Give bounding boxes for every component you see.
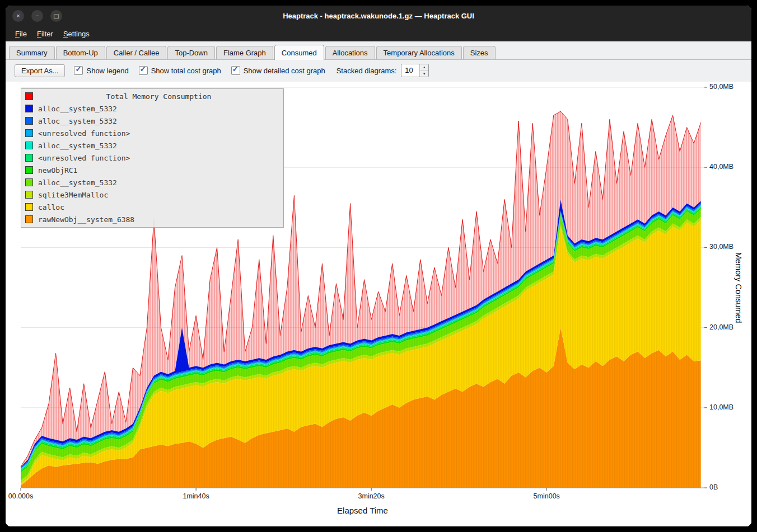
y-axis-tick-label: 0B — [709, 483, 718, 491]
legend-label: <unresolved function> — [38, 129, 130, 138]
titlebar[interactable]: × − ▢ Heaptrack - heaptrack.wakunode.1.g… — [6, 6, 751, 26]
memory-consumption-chart[interactable]: Total Memory Consumptionalloc__system_53… — [6, 82, 751, 526]
checkbox-show-detailed-cost-graph[interactable]: ✓Show detailed cost graph — [231, 66, 325, 75]
export-as-button[interactable]: Export As... — [15, 64, 65, 77]
stacked-diagrams-spinbox[interactable]: 10 ▴ ▾ — [401, 64, 429, 77]
check-icon: ✓ — [232, 65, 239, 73]
menu-file[interactable]: File — [10, 27, 32, 40]
legend-label: alloc__system_5332 — [38, 178, 117, 187]
tab-temporary-allocations[interactable]: Temporary Allocations — [376, 46, 462, 59]
legend-entry: rawNewObj__system_6388 — [21, 213, 283, 225]
check-icon: ✓ — [140, 65, 146, 73]
checkbox-label: Show total cost graph — [151, 67, 221, 75]
tab-summary[interactable]: Summary — [9, 46, 55, 59]
tab-bottom-up[interactable]: Bottom-Up — [56, 46, 105, 59]
checkbox-label: Show detailed cost graph — [244, 67, 325, 75]
legend-label: newObjRC1 — [38, 166, 77, 175]
menu-bar: FileFilterSettings — [6, 26, 751, 41]
check-icon: ✓ — [75, 65, 81, 73]
legend-swatch — [25, 215, 33, 223]
x-axis-title: Elapsed Time — [21, 506, 704, 515]
y-axis-tick-label: 30,0MB — [709, 243, 733, 251]
tab-consumed[interactable]: Consumed — [274, 45, 324, 60]
legend-label: alloc__system_5332 — [38, 142, 117, 150]
y-axis-title: Memory Consumed — [734, 87, 743, 488]
heaptrack-window: × − ▢ Heaptrack - heaptrack.wakunode.1.g… — [6, 6, 751, 526]
checkbox-box[interactable]: ✓ — [231, 66, 240, 75]
legend-swatch — [25, 117, 33, 125]
legend-label: <unresolved function> — [38, 154, 130, 162]
spin-buttons: ▴ ▾ — [419, 64, 428, 77]
legend-entry: <unresolved function> — [21, 152, 283, 164]
legend-label: rawNewObj__system_6388 — [38, 215, 134, 224]
y-axis-tick-label: 20,0MB — [709, 323, 733, 331]
y-axis-tick-label: 50,0MB — [709, 83, 733, 91]
legend-swatch — [25, 154, 33, 162]
menu-settings[interactable]: Settings — [58, 27, 95, 40]
tab-sizes[interactable]: Sizes — [463, 46, 496, 59]
x-axis-tick-label: 1min40s — [171, 492, 221, 500]
stacked-diagrams-label: Stacked diagrams: — [337, 67, 397, 75]
tab-flame-graph[interactable]: Flame Graph — [216, 46, 273, 59]
y-axis-tick-label: 10,0MB — [709, 403, 733, 411]
chart-legend: Total Memory Consumptionalloc__system_53… — [21, 88, 284, 228]
spin-down-button[interactable]: ▾ — [420, 71, 428, 77]
y-axis-tick-label: 40,0MB — [709, 163, 733, 171]
x-axis-tick-label: 00.000s — [6, 492, 46, 500]
checkbox-box[interactable]: ✓ — [74, 66, 83, 75]
legend-label: alloc__system_5332 — [38, 105, 117, 113]
tab-caller-callee[interactable]: Caller / Callee — [106, 46, 167, 59]
checkbox-show-legend[interactable]: ✓Show legend — [74, 66, 128, 75]
legend-swatch — [25, 129, 33, 137]
spin-up-button[interactable]: ▴ — [420, 64, 428, 71]
checkbox-group: ✓Show legend✓Show total cost graph✓Show … — [74, 66, 325, 75]
window-title: Heaptrack - heaptrack.wakunode.1.gz — He… — [6, 6, 751, 26]
legend-swatch — [25, 191, 33, 199]
legend-label: calloc — [38, 203, 64, 211]
tab-bar: SummaryBottom-UpCaller / CalleeTop-DownF… — [6, 41, 751, 60]
legend-swatch — [25, 166, 33, 174]
checkbox-show-total-cost-graph[interactable]: ✓Show total cost graph — [139, 66, 221, 75]
x-axis-tick-label: 3min20s — [346, 492, 396, 500]
legend-entry: alloc__system_5332 — [21, 115, 283, 127]
x-axis-tick-label: 5min00s — [521, 492, 572, 500]
stacked-diagrams-value: 10 — [401, 64, 419, 77]
tab-allocations[interactable]: Allocations — [325, 46, 375, 59]
legend-entry: alloc__system_5332 — [21, 176, 283, 189]
legend-swatch — [25, 178, 33, 186]
legend-swatch — [25, 105, 33, 112]
legend-label: Total Memory Consumption — [38, 92, 279, 101]
legend-swatch — [25, 142, 33, 149]
legend-entry: <unresolved function> — [21, 127, 283, 139]
legend-entry: calloc — [21, 201, 283, 213]
legend-label: sqlite3MemMalloc — [38, 191, 108, 199]
checkbox-box[interactable]: ✓ — [139, 66, 148, 75]
main-content: SummaryBottom-UpCaller / CalleeTop-DownF… — [6, 41, 751, 526]
legend-label: alloc__system_5332 — [38, 117, 117, 125]
legend-entry: newObjRC1 — [21, 164, 283, 176]
legend-entry: sqlite3MemMalloc — [21, 189, 283, 201]
menu-filter[interactable]: Filter — [32, 27, 58, 40]
legend-entry: alloc__system_5332 — [21, 139, 283, 152]
toolbar: Export As... ✓Show legend✓Show total cos… — [6, 60, 751, 82]
legend-swatch — [25, 92, 33, 100]
checkbox-label: Show legend — [86, 67, 128, 75]
legend-entry: alloc__system_5332 — [21, 102, 283, 115]
tab-top-down[interactable]: Top-Down — [167, 46, 215, 59]
desktop-background: × − ▢ Heaptrack - heaptrack.wakunode.1.g… — [0, 0, 757, 532]
legend-swatch — [25, 203, 33, 211]
legend-entry: Total Memory Consumption — [21, 90, 283, 102]
